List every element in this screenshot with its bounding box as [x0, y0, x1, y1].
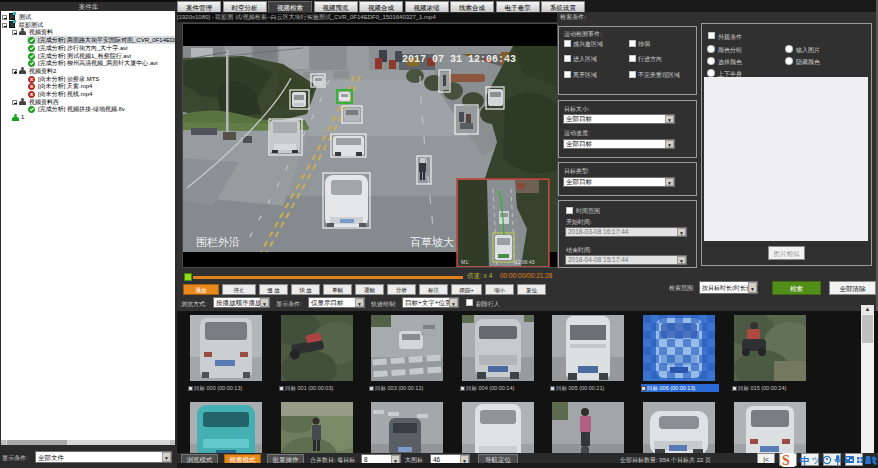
svg-text:12:06:43: 12:06:43 [515, 259, 535, 265]
svg-text:百草坡大: 百草坡大 [410, 236, 454, 248]
svg-text:ツ: ツ [812, 456, 820, 465]
svg-text:M1:: M1: [461, 259, 469, 265]
svg-text:中: 中 [800, 455, 810, 466]
svg-text:S: S [782, 453, 790, 468]
svg-text:围栏外沿: 围栏外沿 [196, 236, 240, 248]
svg-text:2017 07 31 12:06:43: 2017 07 31 12:06:43 [402, 54, 516, 65]
